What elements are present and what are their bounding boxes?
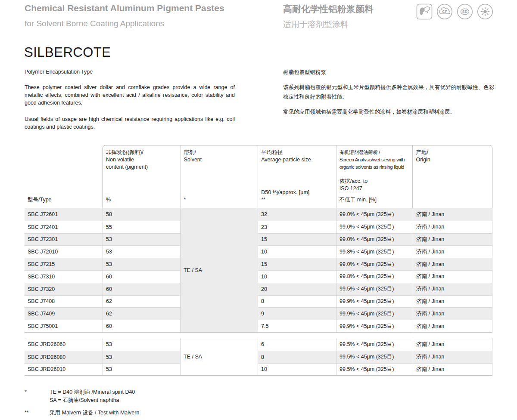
page-title-zh: 高耐化学性铝粉浆颜料	[283, 3, 374, 15]
screen-cell: 99.0% < 45µm (325目)	[336, 221, 413, 233]
footnote-2-text: 采用 Malvern 设备 / Test with Malvern	[50, 409, 139, 417]
solvent-merged-cell: TE / SA	[181, 208, 258, 332]
nv-cell: 58	[103, 208, 180, 221]
header-type-label: 型号/Type	[28, 196, 100, 204]
nv-cell: 53	[103, 351, 180, 363]
header-nonvolatile: 非挥发份(颜料)/ Non volatile content (pigment)…	[103, 145, 181, 208]
origin-cell: 济南 / Jinan	[413, 258, 492, 270]
header-icon-strip: CF SD	[416, 3, 493, 20]
sd-badge-label: SD	[462, 9, 467, 14]
header-screen-unit: 不低于 min. [%]	[339, 196, 410, 204]
sun-brightness-icon	[477, 3, 493, 20]
origin-cell: 济南 / Jinan	[413, 208, 492, 221]
type-cell: SBC J72601	[25, 208, 103, 221]
origin-cell: 济南 / Jinan	[413, 283, 492, 295]
header-solvent-unit: *	[184, 196, 255, 204]
d50-cell: 7.5	[258, 320, 336, 332]
datasheet-page: Chemical Resistant Aluminum Pigment Past…	[0, 0, 517, 420]
screen-cell: 99.8% < 45µm (325目)	[336, 270, 413, 283]
table-group-2: SBC JRD26060 SBC JRD26080 SBC JRD26010 5…	[25, 338, 492, 376]
footnote-2-symbol: **	[25, 409, 29, 417]
type-cell: SBC J7408	[25, 295, 103, 308]
origin-cell: 济南 / Jinan	[413, 221, 492, 233]
type-cell: SBC JRD26010	[25, 363, 103, 376]
nv-cell: 62	[103, 307, 180, 320]
d50-cell: 10	[258, 245, 336, 258]
type-cell: SBC J7320	[25, 283, 103, 295]
nv-cell: 60	[103, 283, 180, 295]
origin-cell: 济南 / Jinan	[413, 307, 492, 320]
product-title: SILBERCOTE	[24, 45, 111, 60]
cornflake-badge-icon: CF	[436, 3, 453, 20]
header-screen-analysis: 有机溶剂湿法筛析 / Screen Analysis/wet sieving w…	[336, 145, 413, 208]
header-origin: 产地/ Origin	[412, 145, 492, 208]
header-particle-size: 平均粒径 Average particle size D50 约/approx.…	[258, 145, 336, 208]
header-nonvolatile-unit: %	[106, 196, 178, 204]
d50-cell: 23	[258, 221, 336, 233]
column-screen-analysis: 99.5% < 45µm (325目) 99.5% < 45µm (325目) …	[336, 338, 413, 375]
type-cell: SBC J72301	[25, 233, 103, 246]
screen-cell: 99.9% < 45µm (325目)	[336, 320, 413, 332]
type-cell: SBC J7409	[25, 307, 103, 320]
header-particle-unit: D50 约/approx. [µm] **	[261, 189, 333, 204]
page-subtitle-zh: 适用于溶剂型涂料	[283, 19, 349, 30]
type-cell: SBC J7215	[25, 258, 103, 270]
type-cell: SBC JRD26060	[25, 338, 103, 351]
table-header: 型号/Type 非挥发份(颜料)/ Non volatile content (…	[25, 145, 492, 208]
page-subtitle-en: for Solvent Borne Coating Applications	[25, 19, 164, 28]
column-nonvolatile: 53 53 53	[103, 338, 180, 375]
column-screen-analysis: 99.0% < 45µm (325目) 99.0% < 45µm (325目) …	[336, 208, 413, 332]
column-particle-size: 32 23 15 10 15 10 20 8 9 7.5	[258, 208, 336, 332]
description-en-1: These polymer coated silver dollar and c…	[25, 83, 235, 107]
origin-cell: 济南 / Jinan	[413, 363, 492, 376]
table-group-1: SBC J72601 SBC J72401 SBC J72301 SBC J72…	[25, 208, 492, 333]
nv-cell: 53	[103, 338, 180, 351]
column-type: SBC J72601 SBC J72401 SBC J72301 SBC J72…	[25, 208, 103, 332]
header-screen-title: 有机溶剂湿法筛析 / Screen Analysis/wet sieving w…	[339, 149, 410, 171]
product-type-en: Polymer Encapsulation Type	[25, 69, 93, 75]
nv-cell: 55	[103, 221, 180, 233]
origin-cell: 济南 / Jinan	[413, 233, 492, 246]
screen-cell: 99.8% < 45µm (325目)	[336, 245, 413, 258]
nv-cell: 53	[103, 363, 180, 376]
column-solvent: TE / SA	[180, 338, 258, 375]
d50-cell: 20	[258, 283, 336, 295]
nv-cell: 62	[103, 295, 180, 308]
column-nonvolatile: 58 55 53 53 53 60 60 62 62 60	[103, 208, 180, 332]
d50-cell: 10	[258, 363, 336, 376]
nv-cell: 53	[103, 258, 180, 270]
d50-cell: 6	[258, 338, 336, 351]
screen-cell: 99.5% < 45µm (325目)	[336, 351, 413, 363]
origin-cell: 济南 / Jinan	[413, 245, 492, 258]
type-cell: SBC J72010	[25, 245, 103, 258]
type-cell: SBC J72401	[25, 221, 103, 233]
description-en-2: Usual fields of usage are high chemical …	[25, 115, 235, 131]
table-header-box: 非挥发份(颜料)/ Non volatile content (pigment)…	[103, 145, 492, 208]
header-particle-title: 平均粒径 Average particle size	[261, 149, 333, 164]
screen-cell: 99.5% < 45µm (325目)	[336, 283, 413, 295]
screen-cell: 99.9% < 45µm (325目)	[336, 307, 413, 320]
d50-cell: 10	[258, 270, 336, 283]
d50-cell: 32	[258, 208, 336, 221]
origin-cell: 济南 / Jinan	[413, 270, 492, 283]
column-solvent: TE / SA	[180, 208, 258, 332]
nv-cell: 53	[103, 245, 180, 258]
footnote-1-text: TE = D40 溶剂油 /Mineral spirit D40 SA = 石脑…	[50, 388, 135, 404]
d50-cell: 8	[258, 351, 336, 363]
header-solvent: 溶剂/ Solvent *	[181, 145, 258, 208]
cf-badge-label: CF	[442, 9, 447, 14]
column-particle-size: 6 8 10	[258, 338, 336, 375]
header-nonvolatile-title: 非挥发份(颜料)/ Non volatile content (pigment)	[106, 149, 178, 171]
footnote-1-symbol: *	[25, 388, 27, 396]
type-cell: SBC J75001	[25, 320, 103, 332]
screen-cell: 99.0% < 45µm (325目)	[336, 208, 413, 221]
screen-cell: 99.9% < 45µm (325目)	[336, 295, 413, 308]
nv-cell: 60	[103, 320, 180, 332]
screen-cell: 99.5% < 45µm (325目)	[336, 338, 413, 351]
d50-cell: 15	[258, 233, 336, 246]
pigment-pour-icon	[416, 3, 433, 20]
column-origin: 济南 / Jinan 济南 / Jinan 济南 / Jinan	[413, 338, 492, 375]
nv-cell: 53	[103, 233, 180, 246]
origin-cell: 济南 / Jinan	[413, 295, 492, 308]
header-solvent-title: 溶剂/ Solvent	[184, 149, 255, 164]
